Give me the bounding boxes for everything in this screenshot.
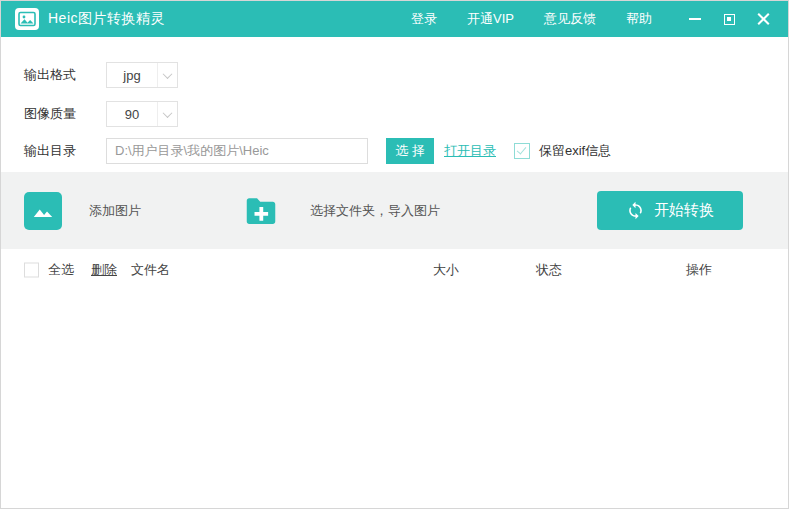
app-title: Heic图片转换精灵 — [48, 10, 165, 28]
minimize-button[interactable] — [684, 8, 706, 30]
file-list-area — [1, 286, 788, 508]
column-status: 状态 — [536, 261, 562, 279]
close-icon — [757, 13, 770, 26]
output-format-label: 输出格式 — [24, 66, 76, 84]
action-band: 添加图片 选择文件夹，导入图片 开始转换 — [1, 172, 788, 249]
column-operation: 操作 — [686, 261, 712, 279]
delete-link[interactable]: 删除 — [91, 261, 117, 279]
start-convert-button[interactable]: 开始转换 — [597, 191, 743, 230]
column-size: 大小 — [433, 261, 459, 279]
keep-exif-checkbox[interactable] — [514, 143, 530, 159]
file-table-header: 全选 删除 文件名 大小 状态 操作 — [1, 254, 788, 286]
app-logo-icon — [15, 8, 39, 30]
choose-dir-button[interactable]: 选 择 — [386, 138, 434, 164]
maximize-icon — [724, 14, 735, 25]
column-filename: 文件名 — [131, 261, 170, 279]
output-dir-input[interactable] — [106, 138, 368, 164]
app-window: Heic图片转换精灵 登录 开通VIP 意见反馈 帮助 输出格式 jpg 图像质… — [0, 0, 789, 509]
menu-login[interactable]: 登录 — [411, 10, 437, 28]
titlebar-menu: 登录 开通VIP 意见反馈 帮助 — [411, 10, 652, 28]
import-folder-button[interactable]: 选择文件夹，导入图片 — [239, 192, 440, 230]
add-image-icon — [24, 192, 62, 230]
image-quality-value: 90 — [107, 107, 157, 122]
output-format-select[interactable]: jpg — [106, 62, 178, 88]
image-quality-caret[interactable] — [157, 102, 177, 126]
output-dir-label: 输出目录 — [24, 142, 76, 160]
close-button[interactable] — [752, 8, 774, 30]
title-bar: Heic图片转换精灵 登录 开通VIP 意见反馈 帮助 — [1, 1, 788, 37]
sync-icon — [626, 201, 645, 220]
chevron-down-icon — [163, 69, 173, 79]
start-convert-label: 开始转换 — [654, 201, 714, 220]
output-dir-row: 输出目录 选 择 打开目录 保留exif信息 — [1, 138, 788, 164]
add-images-button[interactable]: 添加图片 — [24, 192, 141, 230]
select-all-label: 全选 — [48, 261, 74, 279]
add-images-label: 添加图片 — [89, 202, 141, 220]
output-format-value: jpg — [107, 68, 157, 83]
menu-vip[interactable]: 开通VIP — [467, 10, 514, 28]
open-dir-link[interactable]: 打开目录 — [444, 142, 496, 160]
menu-help[interactable]: 帮助 — [626, 10, 652, 28]
select-all-checkbox[interactable] — [24, 263, 39, 278]
import-folder-label: 选择文件夹，导入图片 — [310, 202, 440, 220]
image-quality-row: 图像质量 90 — [1, 101, 788, 127]
image-quality-select[interactable]: 90 — [106, 101, 178, 127]
keep-exif-label: 保留exif信息 — [539, 142, 611, 160]
menu-feedback[interactable]: 意见反馈 — [544, 10, 596, 28]
folder-plus-icon — [239, 192, 283, 230]
minimize-icon — [689, 18, 701, 20]
output-format-caret[interactable] — [157, 63, 177, 87]
image-quality-label: 图像质量 — [24, 105, 76, 123]
window-controls — [684, 8, 774, 30]
output-format-row: 输出格式 jpg — [1, 62, 788, 88]
checkmark-icon — [517, 144, 527, 154]
maximize-button[interactable] — [718, 8, 740, 30]
chevron-down-icon — [163, 108, 173, 118]
